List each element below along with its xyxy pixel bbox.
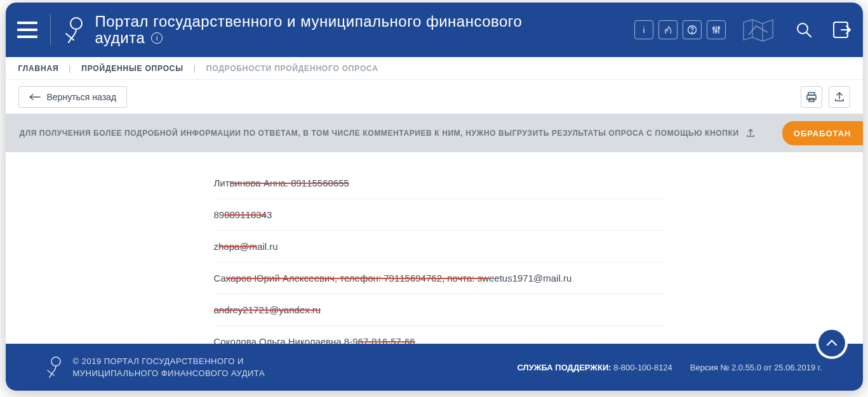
answer-item: 89089118343 (214, 199, 665, 231)
exit-icon[interactable] (832, 21, 851, 39)
breadcrumb: ГЛАВНАЯ | ПРОЙДЕННЫЕ ОПРОСЫ | ПОДРОБНОСТ… (6, 57, 863, 80)
export-icon (834, 91, 845, 103)
svg-point-10 (718, 27, 719, 29)
svg-point-4 (691, 32, 692, 32)
flame-icon[interactable] (658, 20, 678, 39)
svg-point-6 (712, 28, 714, 30)
answer-item: andrey21721@yandex.ru (214, 294, 665, 326)
export-button[interactable] (829, 86, 850, 108)
app-shell: Портал государственного и муниципального… (6, 3, 863, 391)
back-button[interactable]: Вернуться назад (18, 86, 128, 108)
info-icon[interactable]: i (151, 32, 163, 44)
arrow-left-icon (29, 94, 41, 100)
title-line-1: Портал государственного и муниципального… (95, 13, 523, 30)
breadcrumb-surveys[interactable]: ПРОЙДЕННЫЕ ОПРОСЫ (81, 64, 184, 73)
app-header: Портал государственного и муниципального… (6, 3, 863, 57)
answer-item: Соколова Ольга Николаевна 8-967-816-57-6… (214, 326, 665, 344)
status-badge-label: ОБРАБОТАН (794, 129, 851, 138)
svg-point-19 (51, 357, 60, 366)
breadcrumb-current: ПОДРОБНОСТИ ПРОЙДЕННОГО ОПРОСА (206, 64, 378, 73)
support-label: СЛУЖБА ПОДДЕРЖКИ: (517, 363, 611, 372)
status-badge: ОБРАБОТАН (782, 121, 863, 145)
map-icon[interactable] (742, 17, 774, 42)
back-button-label: Вернуться назад (47, 92, 117, 102)
action-bar: Вернуться назад (6, 80, 863, 114)
breadcrumb-sep: | (194, 64, 196, 73)
header-action-icons (634, 17, 851, 42)
notice-text: ДЛЯ ПОЛУЧЕНИЯ БОЛЕЕ ПОДРОБНОЙ ИНФОРМАЦИИ… (20, 128, 756, 138)
search-icon[interactable] (796, 22, 812, 38)
notice-text-label: ДЛЯ ПОЛУЧЕНИЯ БОЛЕЕ ПОДРОБНОЙ ИНФОРМАЦИИ… (20, 129, 739, 138)
title-line-2: аудита (95, 30, 145, 46)
footer-right: СЛУЖБА ПОДДЕРЖКИ: 8-800-100-8124 Версия … (517, 363, 822, 372)
redacted: 67-816-57-66 (358, 336, 415, 344)
redacted: 08911834 (224, 209, 267, 220)
footer-copy-line2: МУНИЦИПАЛЬНОГО ФИНАНСОВОГО АУДИТА (73, 367, 265, 380)
answer-list: Литвинова Анна. 89115560655 89089118343 … (214, 167, 665, 344)
redacted: hopa@m (218, 241, 257, 252)
help-icon[interactable] (683, 20, 702, 39)
support-phone: 8-800-100-8124 (613, 363, 672, 372)
svg-point-8 (715, 30, 717, 32)
footer-copy-line1: © 2019 ПОРТАЛ ГОСУДАРСТВЕННОГО И (73, 355, 265, 368)
chevron-up-icon (826, 339, 838, 347)
menu-toggle[interactable] (17, 22, 37, 38)
redacted: andrey21721@yandex.ru (214, 304, 321, 315)
logo[interactable] (63, 15, 84, 45)
answer-item: zhopa@mail.ru (214, 231, 665, 263)
answer-item: Литвинова Анна. 89115560655 (214, 167, 665, 199)
answer-item: Сахаров Юрий Алексеевич, телефон: 791156… (214, 263, 665, 294)
scroll-to-top[interactable] (818, 330, 845, 356)
export-hint-icon (745, 128, 756, 138)
breadcrumb-sep: | (69, 64, 71, 73)
redacted: винова Анна. 89115560655 (230, 178, 349, 188)
svg-point-0 (70, 18, 82, 29)
print-button[interactable] (801, 86, 822, 108)
svg-rect-17 (807, 95, 816, 100)
app-title: Портал государственного и муниципального… (95, 13, 523, 47)
content-area: Литвинова Анна. 89115560655 89089118343 … (6, 152, 863, 344)
notice-bar: ДЛЯ ПОЛУЧЕНИЯ БОЛЕЕ ПОДРОБНОЙ ИНФОРМАЦИИ… (6, 114, 863, 152)
info-square-icon[interactable] (634, 20, 653, 39)
app-footer: © 2019 ПОРТАЛ ГОСУДАРСТВЕННОГО И МУНИЦИП… (6, 344, 863, 391)
footer-version: Версия № 2.0.55.0 от 25.06.2019 г. (690, 363, 822, 372)
svg-line-14 (806, 32, 811, 37)
breadcrumb-home[interactable]: ГЛАВНАЯ (18, 64, 59, 73)
divider (50, 15, 51, 45)
redacted: харов Юрий Алексеевич, телефон: 79115694… (226, 273, 489, 283)
footer-logo (46, 355, 62, 379)
sliders-icon[interactable] (707, 20, 726, 39)
footer-support: СЛУЖБА ПОДДЕРЖКИ: 8-800-100-8124 (517, 363, 672, 372)
footer-copyright: © 2019 ПОРТАЛ ГОСУДАРСТВЕННОГО И МУНИЦИП… (73, 355, 265, 380)
printer-icon (806, 91, 817, 103)
content-scroll[interactable]: Литвинова Анна. 89115560655 89089118343 … (6, 152, 863, 344)
